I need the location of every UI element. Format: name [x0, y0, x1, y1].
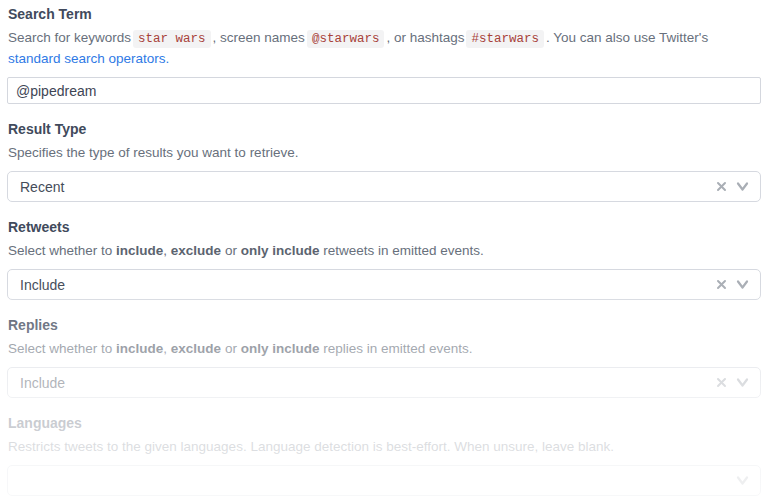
twitter-search-config-form: Search Term Search for keywordsstar wars…: [0, 0, 768, 500]
field-result-type: Result Type Specifies the type of result…: [7, 121, 761, 202]
field-search-term: Search Term Search for keywordsstar wars…: [7, 6, 761, 104]
search-term-description: Search for keywordsstar wars, screen nam…: [8, 28, 760, 69]
desc-bold: exclude: [171, 243, 221, 258]
clear-icon[interactable]: [716, 377, 727, 388]
desc-text: ,: [163, 243, 171, 258]
chevron-down-icon[interactable]: [736, 181, 749, 192]
search-operators-link[interactable]: standard search operators.: [8, 51, 169, 66]
result-type-description: Specifies the type of results you want t…: [8, 143, 760, 163]
result-type-label: Result Type: [8, 121, 760, 138]
retweets-select[interactable]: Include: [7, 269, 761, 300]
replies-selected-value: Include: [20, 375, 716, 391]
code-example-keywords: star wars: [133, 30, 211, 48]
desc-bold: include: [116, 243, 163, 258]
desc-text: , or hashtags: [386, 30, 464, 45]
desc-text: replies in emitted events.: [319, 341, 472, 356]
replies-label: Replies: [8, 317, 760, 334]
desc-text: Select whether to: [8, 243, 116, 258]
chevron-down-icon: [736, 475, 749, 486]
desc-text: or: [221, 341, 241, 356]
search-term-label: Search Term: [8, 6, 760, 23]
field-retweets: Retweets Select whether to include, excl…: [7, 219, 761, 300]
desc-text: Select whether to: [8, 341, 116, 356]
chevron-down-icon[interactable]: [736, 279, 749, 290]
field-languages: Languages Restricts tweets to the given …: [7, 415, 761, 496]
languages-select: [7, 465, 761, 496]
result-type-select[interactable]: Recent: [7, 171, 761, 202]
desc-text: retweets in emitted events.: [319, 243, 483, 258]
search-term-input[interactable]: [7, 77, 761, 104]
replies-select[interactable]: Include: [7, 367, 761, 398]
desc-text: or: [221, 243, 241, 258]
retweets-label: Retweets: [8, 219, 760, 236]
desc-bold: exclude: [171, 341, 221, 356]
replies-description: Select whether to include, exclude or on…: [8, 339, 760, 359]
desc-bold: only include: [241, 243, 320, 258]
languages-description: Restricts tweets to the given languages.…: [8, 437, 760, 457]
desc-text: ,: [163, 341, 171, 356]
chevron-down-icon[interactable]: [736, 377, 749, 388]
desc-bold: include: [116, 341, 163, 356]
desc-text: . You can also use Twitter's: [546, 30, 708, 45]
code-example-screen-name: @starwars: [307, 30, 385, 48]
desc-text: Search for keywords: [8, 30, 131, 45]
retweets-selected-value: Include: [20, 277, 716, 293]
result-type-selected-value: Recent: [20, 179, 716, 195]
desc-bold: only include: [241, 341, 320, 356]
field-replies: Replies Select whether to include, exclu…: [7, 317, 761, 398]
desc-text: , screen names: [213, 30, 305, 45]
retweets-description: Select whether to include, exclude or on…: [8, 241, 760, 261]
languages-label: Languages: [8, 415, 760, 432]
clear-icon[interactable]: [716, 279, 727, 290]
clear-icon[interactable]: [716, 181, 727, 192]
code-example-hashtag: #starwars: [466, 30, 544, 48]
